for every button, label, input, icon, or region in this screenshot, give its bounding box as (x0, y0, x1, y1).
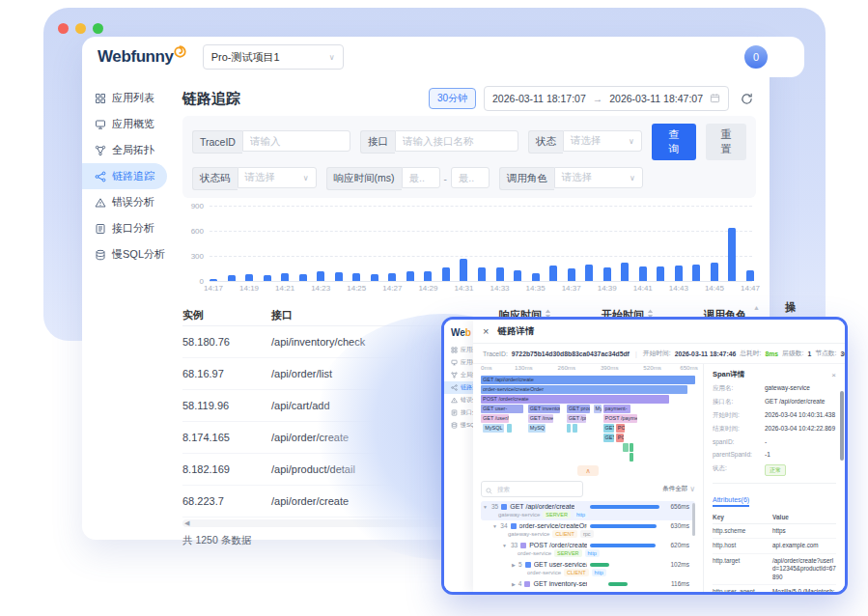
response-time-max-input[interactable] (451, 167, 490, 188)
tab-attributes[interactable]: Attributes(6) (713, 496, 749, 507)
span-segment[interactable]: GET /inventory/st (528, 414, 554, 423)
span-segment[interactable] (507, 424, 513, 433)
sidebar-item-monitor[interactable]: 应用概览 (444, 356, 473, 369)
caret-right-icon[interactable]: ▶ (512, 581, 516, 587)
refresh-icon[interactable] (737, 89, 756, 108)
span-segment[interactable]: GET inventory- (528, 405, 560, 413)
chart-bar (371, 274, 378, 281)
date-range-picker[interactable]: 2026-03-11 18:17:07 → 2026-03-11 18:47:0… (484, 86, 729, 111)
span-segment[interactable]: payment- (603, 405, 631, 413)
span-segment[interactable]: POST (616, 434, 624, 442)
span-segment[interactable]: POST /payment/create (603, 414, 638, 423)
span-tree-row[interactable]: ▶5GET user-service/user/info102msorder-s… (481, 559, 695, 578)
chart-bar (496, 267, 504, 281)
tree-scrollbar[interactable] (692, 503, 695, 536)
mini-logo: Web (444, 320, 473, 344)
sidebar-item-database[interactable]: 慢SQL分析 (82, 241, 167, 267)
collapse-button[interactable]: ∧ (577, 465, 599, 476)
list-icon (451, 409, 458, 416)
sidebar-item-topology[interactable]: 全局拓扑 (444, 369, 473, 381)
span-segment[interactable] (623, 443, 630, 452)
span-segment[interactable]: order-service/createOrder (481, 385, 687, 394)
span-segment[interactable]: GET/st (603, 424, 614, 433)
sidebar-item-warning[interactable]: 错误分析 (82, 189, 167, 215)
span-segment[interactable]: MySQL (483, 424, 504, 433)
sidebar-item-list[interactable]: 接口分析 (82, 215, 167, 241)
sidebar-item-warning[interactable]: 错误分析 (444, 394, 473, 406)
scroll-left-icon[interactable]: ◀ (182, 519, 189, 527)
query-button[interactable]: 查 询 (652, 124, 696, 160)
chart-bar (692, 265, 700, 281)
scroll-up-icon[interactable]: ▲ (753, 304, 760, 311)
chart-bar (639, 266, 647, 281)
traffic-light-0[interactable] (58, 23, 69, 34)
span-segment[interactable]: MySQ (528, 424, 546, 433)
caret-right-icon[interactable]: ▶ (512, 562, 516, 568)
chart-bar (406, 271, 414, 281)
span-tree-row[interactable]: ▼35GET /api/order/create656msgateway-ser… (481, 501, 695, 520)
sidebar-item-monitor[interactable]: 应用概览 (82, 111, 167, 137)
project-select[interactable]: Pro-测试项目1 ∨ (203, 44, 344, 70)
span-segment[interactable] (630, 453, 632, 462)
close-icon[interactable]: × (831, 371, 836, 379)
role-select[interactable]: 请选择 ∨ (554, 167, 643, 188)
status-select[interactable]: 请选择 ∨ (563, 130, 642, 152)
span-segment[interactable]: GET product- (567, 405, 590, 413)
sidebar-item-trace[interactable]: 链路追踪 (444, 381, 473, 394)
filter-all-dropdown[interactable]: 条件全部 ∨ (662, 485, 695, 493)
attribute-value: Mozilla/5.0 (Macintosh; Intel Mac OS X 1… (772, 588, 836, 592)
span-panel-scrollbar[interactable] (840, 391, 844, 461)
sidebar-item-grid[interactable]: 应用列表 (444, 344, 473, 356)
span-segment[interactable]: POST /order/create (481, 395, 669, 404)
status-code-select[interactable]: 请选择 ∨ (238, 167, 317, 188)
span-name: POST /order/create (529, 542, 587, 548)
caret-down-icon[interactable]: ▼ (483, 504, 489, 510)
close-icon[interactable]: × (483, 325, 489, 337)
chevron-down-icon: ∨ (303, 174, 309, 182)
span-segment[interactable]: POST (616, 424, 625, 433)
span-segment[interactable] (573, 424, 576, 433)
chart-bar (210, 279, 217, 281)
span-segment[interactable]: GET /api/order/create (481, 376, 695, 384)
traffic-light-1[interactable] (75, 23, 86, 34)
chart-bar (603, 267, 611, 281)
grid-icon (451, 347, 458, 353)
caret-down-icon[interactable]: ▼ (502, 543, 508, 548)
traceid-input[interactable] (242, 130, 350, 152)
sidebar-item-grid[interactable]: 应用列表 (82, 85, 167, 111)
caret-down-icon[interactable]: ▼ (492, 523, 497, 529)
user-badge[interactable]: 0 (744, 45, 768, 69)
chart-bar (317, 271, 324, 281)
time-range-chip[interactable]: 30分钟 (429, 88, 476, 109)
api-input[interactable] (395, 130, 518, 152)
span-tree-row[interactable]: ▼33POST /order/create620msorder-serviceS… (481, 540, 695, 559)
span-segment[interactable]: GET /product/ (567, 414, 586, 423)
sidebar-item-trace[interactable]: 链路追踪 (82, 163, 167, 189)
sidebar-item-database[interactable]: 慢SQL分析 (444, 419, 473, 432)
span-search[interactable] (481, 481, 583, 497)
span-segment[interactable] (567, 424, 571, 433)
trace-detail-dialog: × 链路详情 TraceID: 9722b75b14d30d8b83ca0437… (473, 320, 845, 592)
span-segment[interactable]: GET/b (603, 434, 614, 442)
traffic-light-2[interactable] (93, 23, 103, 34)
field-label: 开始时间: (713, 411, 765, 420)
sidebar-item-label: 应用列表 (461, 346, 473, 354)
span-segment[interactable]: MySQL (594, 405, 602, 413)
span-search-input[interactable] (495, 485, 567, 493)
reset-button[interactable]: 重 置 (706, 124, 746, 160)
span-tree-row[interactable]: ▶4GET inventory-service/check116ms (481, 578, 695, 589)
sidebar-item-topology[interactable]: 全局拓扑 (82, 137, 167, 163)
axis-tick: 260ms (558, 364, 576, 371)
span-segment[interactable]: GET user- (481, 405, 523, 413)
database-icon (95, 249, 106, 261)
span-panel-title: Span详情 (713, 370, 744, 379)
span-segment[interactable] (630, 443, 632, 452)
span-segment[interactable]: GET /user/info (481, 414, 509, 423)
sidebar-item-list[interactable]: 接口分析 (444, 406, 473, 419)
status-code-placeholder: 请选择 (245, 171, 276, 184)
span-tree-row[interactable]: ▼34order-service/createOrder630msgateway… (481, 520, 695, 540)
status-label: 状态 (528, 130, 563, 154)
response-time-min-input[interactable] (402, 167, 440, 188)
duration-bar-zone (590, 505, 659, 509)
warning-icon (451, 397, 458, 404)
